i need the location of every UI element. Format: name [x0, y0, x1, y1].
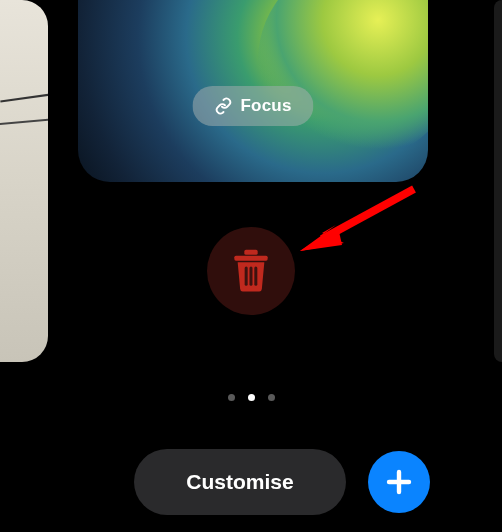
svg-rect-3: [249, 266, 252, 285]
svg-line-5: [322, 189, 414, 239]
link-icon: [214, 97, 232, 115]
arrow-annotation: [298, 183, 422, 253]
focus-label: Focus: [240, 96, 291, 116]
focus-button[interactable]: Focus: [192, 86, 313, 126]
svg-marker-6: [300, 225, 344, 251]
wallpaper-card-next[interactable]: [494, 0, 502, 362]
plus-icon: [384, 467, 414, 497]
wallpaper-card-previous[interactable]: [0, 0, 48, 362]
customise-button[interactable]: Customise: [134, 449, 345, 515]
add-button[interactable]: [368, 451, 430, 513]
page-indicator: [0, 394, 502, 401]
wallpaper-card-current[interactable]: Focus: [78, 0, 428, 182]
page-dot: [228, 394, 235, 401]
delete-button[interactable]: [207, 227, 295, 315]
svg-marker-7: [300, 227, 342, 251]
svg-rect-4: [254, 266, 257, 285]
bottom-bar: Customise: [0, 449, 502, 515]
page-dot-active: [248, 394, 255, 401]
page-dot: [268, 394, 275, 401]
svg-rect-0: [234, 256, 267, 261]
svg-rect-1: [244, 250, 257, 255]
wallpaper-editor-screen: Focus Customise: [0, 0, 502, 532]
svg-rect-2: [245, 266, 248, 285]
trash-icon: [231, 249, 271, 293]
